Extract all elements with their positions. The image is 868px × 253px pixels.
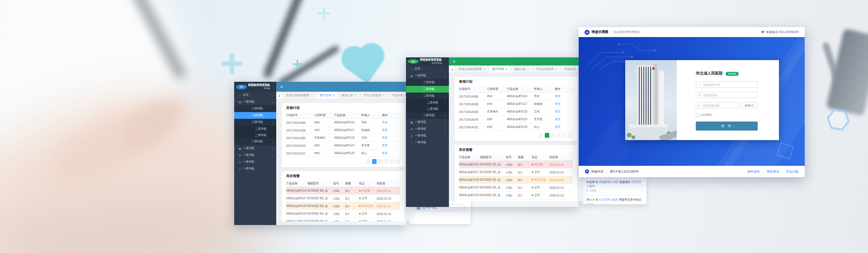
sidebar-menu-item[interactable]: 二级导航	[234, 112, 276, 119]
sidebar-menu-item[interactable]: 二级导航	[234, 105, 276, 112]
batch-cell: o78o	[506, 194, 518, 197]
sidebar-menu-item[interactable]: △ 一级导航	[406, 139, 449, 146]
page-button[interactable]	[384, 159, 388, 164]
status-text: 即将过期	[362, 204, 373, 207]
captcha-field[interactable]: ◇	[696, 102, 738, 108]
table-row: ABS床头柜0117 BC533型 5孔 右 o78o 8.0 正常 2025-…	[286, 195, 400, 202]
sidebar-menu-item[interactable]: 二级导航	[406, 86, 449, 93]
view-link[interactable]: 查看	[382, 151, 400, 155]
plan-table: 计划单号 订货科室 产品名称 申请人 操作 20171001A186 内科 AB…	[286, 112, 400, 165]
col-header: 批号	[333, 182, 345, 186]
sidebar-menu-item[interactable]: ▦ 一级导航 ∨	[234, 145, 276, 152]
password-input[interactable]	[702, 93, 755, 97]
pagination	[286, 157, 400, 165]
quantity-cell: 8.0	[345, 212, 359, 216]
remember-me[interactable]: 记住密码	[696, 113, 779, 117]
department-cell: 内科	[487, 94, 507, 98]
sidebar-menu-item[interactable]: 二级导航	[406, 79, 449, 86]
sidebar-menu-item[interactable]: 二级导航 ∧	[234, 119, 276, 126]
sidebar-menu-item[interactable]: ▤ 一级导航 ∧	[406, 72, 449, 79]
username-field[interactable]: ☉	[696, 81, 758, 88]
table-header-row: 计划单号 订货科室 产品名称 申请人 操作	[286, 112, 400, 119]
sidebar-menu-item[interactable]: ⊞ 一级导航 ∨	[406, 126, 449, 132]
sidebar-menu-item[interactable]: ◎ 一级导航	[234, 159, 276, 165]
sidebar-menu-item[interactable]: △ 一级导航	[234, 165, 276, 172]
feed-item: 朱老师 在 风烟精英小分队 新建项目 5月日常小需求	[586, 180, 642, 188]
tab[interactable]: 通知公告 ⊙	[338, 92, 360, 99]
sidebar-menu-item[interactable]: ▤ 一级导航 ∧	[234, 98, 276, 105]
sidebar-menu-item[interactable]: ⌂ 首页	[406, 66, 449, 72]
footer-link-help[interactable]: 操作说明	[747, 169, 760, 174]
page-button[interactable]	[568, 133, 573, 138]
view-link[interactable]: 查看	[555, 94, 573, 98]
feed-timestamp: 5 小时前	[586, 189, 642, 193]
sidebar-menu-item[interactable]: 二级导航 ∧	[406, 93, 449, 99]
table-row: 20171001A186 内科 ABS床头柜0116 李桂 查看	[286, 119, 400, 126]
page-button[interactable]	[545, 133, 549, 138]
view-link[interactable]: 查看	[382, 121, 400, 125]
sidebar-menu-item[interactable]: ⌂ 首页	[234, 92, 276, 98]
tab[interactable]: 产品分类设置 ⊙	[360, 92, 388, 99]
tab[interactable]: 通知公告 ⊙	[510, 66, 533, 73]
page-button[interactable]	[557, 133, 561, 138]
department-cell: 外科	[314, 128, 334, 132]
page-button[interactable]	[366, 159, 371, 164]
login-button[interactable]: 登 录	[696, 122, 758, 131]
sidebar-menu-item[interactable]: 三级导航	[234, 126, 276, 132]
sidebar-menu-item[interactable]: ▦ 一级导航 ∨	[406, 119, 449, 126]
captcha-question[interactable]: 6+8=?	[741, 102, 758, 108]
view-link[interactable]: 查看	[555, 110, 573, 114]
sidebar-menu-item[interactable]: 二级导航 ∨	[234, 138, 276, 145]
collapse-tabs-icon[interactable]: ◂	[449, 66, 455, 73]
tab-refresh-icon: ⊙	[483, 68, 486, 70]
table-body: 20171001A186 内科 ABS床头柜0116 李桂 查看 2017100…	[459, 93, 573, 131]
page-button[interactable]	[396, 159, 400, 164]
tab[interactable]: 用户管理 ⊙	[489, 66, 511, 73]
page-button[interactable]	[562, 133, 567, 138]
footer-link-driver[interactable]: 密钥驱动	[767, 169, 779, 174]
col-header: 有效期	[377, 182, 400, 186]
col-header: 数量	[345, 182, 359, 186]
view-link[interactable]: 查看	[382, 136, 400, 140]
view-link[interactable]: 查看	[382, 128, 400, 132]
page-button[interactable]	[551, 133, 555, 138]
collapse-tabs-icon[interactable]: ◂	[276, 92, 282, 99]
sidebar-menu-item[interactable]: ◎ 一级导航	[406, 132, 449, 139]
view-link[interactable]: 查看	[555, 102, 573, 106]
tab[interactable]: 用户管理 ⊙	[316, 92, 338, 99]
captcha-input[interactable]	[702, 103, 736, 108]
tab-label: 用户管理	[492, 67, 504, 71]
view-link[interactable]: 查看	[382, 144, 400, 148]
applicant-cell: 李桂	[361, 121, 382, 125]
feed-link[interactable]: 5 月日常小需求	[599, 198, 618, 201]
app-title: 医院物资管理系统	[420, 58, 442, 62]
hamburger-icon[interactable]: ≡	[276, 85, 283, 89]
sidebar-menu-item[interactable]: ⊞ 一级导航 ∨	[234, 152, 276, 159]
tab[interactable]: 产品分类设置 ⊙	[533, 66, 561, 73]
checkbox-icon[interactable]	[696, 113, 699, 117]
page-button[interactable]	[390, 159, 394, 164]
tab[interactable]: 资质证件效期预警 ⊙	[282, 92, 316, 99]
sidebar-menu-item[interactable]: 三级导航	[406, 99, 449, 106]
sidebar-menu-item[interactable]: 三级导航	[406, 106, 449, 112]
username-input[interactable]	[702, 83, 755, 87]
menu-item-label: 一级导航	[415, 74, 426, 78]
view-link[interactable]: 查看	[555, 117, 573, 122]
tab[interactable]: 资质证件效期预警 ⊙	[455, 66, 489, 73]
page-button[interactable]	[378, 159, 382, 164]
page-button[interactable]	[539, 133, 543, 138]
password-field[interactable]: ◫	[696, 92, 758, 98]
company-name: 博健科技	[591, 169, 604, 174]
view-link[interactable]: 查看	[555, 125, 573, 129]
plan-card: 请领计划 计划单号 订货科室 产品名称 申请人 操作	[454, 77, 577, 141]
page-button[interactable]	[372, 159, 377, 164]
menu-item-label: 二级导航	[251, 113, 263, 117]
sidebar-menu-item[interactable]: 三级导航	[234, 132, 276, 138]
product-cell: ABS床头柜0120	[459, 193, 480, 197]
main-area: ≡ ◂ 资质证件效期预警 ⊙ 用户管理 ⊙ 通知公告 ⊙ 产品分类设置	[449, 57, 582, 201]
feed-link[interactable]: 风烟精英小分队	[599, 180, 618, 183]
hamburger-icon[interactable]: ≡	[449, 60, 455, 64]
footer-link-faq[interactable]: 常见问题	[786, 169, 798, 174]
plan-number-cell: 20171001A186	[286, 121, 314, 124]
sidebar-menu-item[interactable]: 二级导航 ∨	[406, 112, 449, 119]
